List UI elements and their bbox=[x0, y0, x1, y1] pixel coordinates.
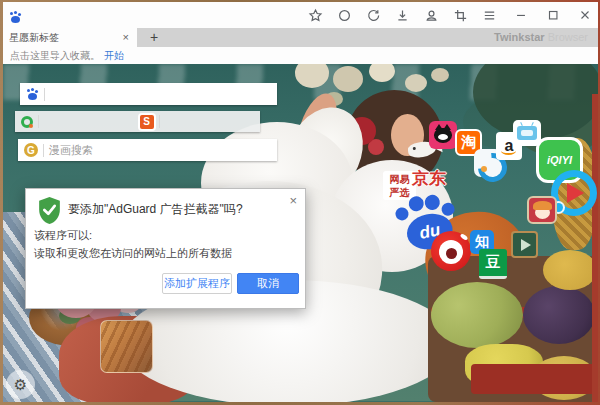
tab-new-tab-page[interactable]: 星愿新标签 × bbox=[3, 28, 137, 47]
dialog-permission-heading: 该程序可以: bbox=[34, 228, 92, 243]
left-search-input[interactable] bbox=[44, 111, 140, 132]
sync-circle-icon[interactable] bbox=[335, 6, 353, 24]
user-icon[interactable] bbox=[422, 6, 440, 24]
brand-primary: Twinkstar bbox=[494, 31, 545, 43]
google-o-icon bbox=[21, 116, 33, 128]
shortcut-anime[interactable] bbox=[527, 196, 557, 224]
tab-close-icon[interactable]: × bbox=[121, 32, 131, 43]
add-extension-button[interactable]: 添加扩展程序 bbox=[162, 273, 232, 294]
dual-search-box[interactable]: S bbox=[15, 111, 260, 132]
bookmark-bar: 点击这里导入收藏。 开始 bbox=[3, 47, 598, 64]
dialog-close-icon[interactable]: × bbox=[289, 194, 297, 207]
new-tab-page: 淘 a iQIYI 网 bbox=[3, 64, 598, 402]
shortcut-douban[interactable]: 豆 bbox=[479, 249, 507, 279]
tab-bar: 星愿新标签 × + Twinkstar Browser bbox=[3, 28, 598, 47]
title-bar bbox=[3, 2, 598, 28]
main-search-input[interactable] bbox=[50, 83, 277, 105]
twinkstar-paw-icon bbox=[10, 11, 22, 23]
maximize-icon[interactable] bbox=[544, 6, 562, 24]
browser-window: 星愿新标签 × + Twinkstar Browser 点击这里导入收藏。 开始 bbox=[3, 2, 598, 402]
wallpaper-thumbnail[interactable] bbox=[100, 320, 153, 373]
download-icon[interactable] bbox=[393, 6, 411, 24]
baidu-paw-icon bbox=[27, 88, 39, 100]
main-search-box[interactable] bbox=[20, 83, 277, 105]
shortcut-youku[interactable] bbox=[551, 170, 597, 216]
sogou-s-icon: S bbox=[140, 115, 154, 129]
right-search-input[interactable] bbox=[165, 111, 261, 132]
menu-icon[interactable] bbox=[480, 6, 498, 24]
comic-search-box[interactable]: G 漫画搜索 bbox=[18, 139, 277, 161]
desktop-frame: 星愿新标签 × + Twinkstar Browser 点击这里导入收藏。 开始 bbox=[0, 0, 600, 405]
shortcut-jd[interactable]: 京东 bbox=[412, 167, 446, 190]
anime-girl-icon bbox=[527, 196, 557, 224]
brand-label: Twinkstar Browser bbox=[494, 31, 588, 43]
brand-secondary: Browser bbox=[548, 31, 588, 43]
import-bookmarks-hint[interactable]: 点击这里导入收藏。 bbox=[10, 49, 100, 63]
tab-title: 星愿新标签 bbox=[9, 31, 121, 45]
new-tab-button[interactable]: + bbox=[143, 28, 165, 47]
adguard-install-dialog: 要添加"AdGuard 广告拦截器"吗? × 该程序可以: 读取和更改您在访问的… bbox=[25, 188, 306, 309]
comic-search-input[interactable]: 漫画搜索 bbox=[49, 139, 277, 161]
close-icon[interactable] bbox=[576, 6, 594, 24]
shortcut-tmall[interactable] bbox=[429, 121, 457, 149]
tmall-cat-icon bbox=[429, 121, 457, 149]
shortcut-weibo[interactable] bbox=[431, 231, 471, 271]
start-import-link[interactable]: 开始 bbox=[104, 49, 124, 63]
screenshot-crop-icon[interactable] bbox=[451, 6, 469, 24]
g-comic-icon: G bbox=[24, 143, 38, 157]
chalkboard-icon bbox=[511, 231, 538, 258]
comic-search-placeholder: 漫画搜索 bbox=[49, 144, 93, 156]
youku-play-icon bbox=[551, 170, 597, 216]
cancel-button[interactable]: 取消 bbox=[237, 273, 299, 294]
history-undo-icon[interactable] bbox=[364, 6, 382, 24]
minimize-icon[interactable] bbox=[512, 6, 530, 24]
douban-icon: 豆 bbox=[479, 249, 507, 279]
jd-logo-text: 京东 bbox=[412, 167, 446, 190]
bookmark-star-icon[interactable] bbox=[306, 6, 324, 24]
weibo-eye-icon bbox=[431, 231, 471, 271]
shortcut-chalkboard[interactable] bbox=[511, 231, 538, 258]
toolbar-actions bbox=[306, 2, 498, 28]
gear-icon: ⚙ bbox=[14, 376, 27, 394]
adguard-shield-icon bbox=[37, 196, 62, 229]
window-controls bbox=[512, 2, 594, 28]
dialog-permission-detail: 读取和更改您在访问的网站上的所有数据 bbox=[34, 246, 232, 261]
settings-gear-button[interactable]: ⚙ bbox=[6, 370, 35, 399]
dialog-title: 要添加"AdGuard 广告拦截器"吗? bbox=[68, 201, 243, 218]
